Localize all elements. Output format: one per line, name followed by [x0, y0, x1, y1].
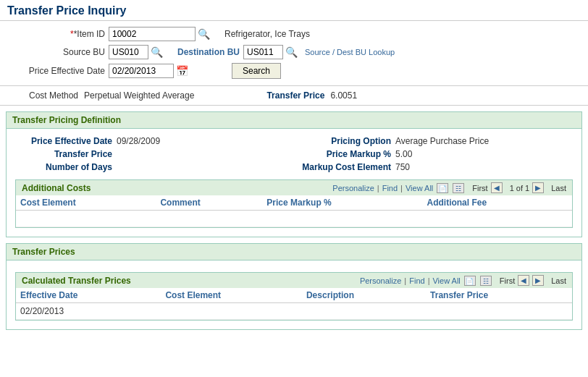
price-eff-date-label: Price Effective Date	[14, 66, 109, 76]
pd-price-markup-value: 5.00	[395, 149, 412, 159]
transfer-pricing-definition-section: Transfer Pricing Definition Price Effect…	[6, 111, 582, 237]
calendar-icon[interactable]: 📅	[176, 65, 188, 77]
tp-nav-prev-btn[interactable]: ◀	[518, 275, 529, 286]
source-bu-lookup-icon[interactable]: 🔍	[151, 46, 163, 58]
ac-export-icon[interactable]: 📄	[437, 183, 448, 193]
tp-col-transfer-price: Transfer Price	[426, 288, 572, 303]
tp-col-eff-date: Effective Date	[16, 288, 161, 303]
ac-viewall-link[interactable]: View All	[406, 184, 433, 192]
pd-transfer-price-label: Transfer Price	[15, 149, 117, 159]
calc-tp-header: Calculated Transfer Prices Personalize |…	[16, 273, 572, 288]
ac-col-cost-element: Cost Element	[16, 195, 156, 211]
ac-nav-last: Last	[551, 184, 566, 192]
item-id-lookup-icon[interactable]: 🔍	[198, 28, 210, 40]
ac-col-price-markup: Price Markup %	[262, 195, 422, 211]
pd-pricing-option-value: Average Purchase Price	[395, 136, 489, 146]
ac-page-info: 1 of 1	[510, 184, 530, 192]
additional-costs-table: Cost Element Comment Price Markup % Addi…	[16, 195, 572, 227]
ac-grid-icon[interactable]: ☷	[453, 183, 464, 193]
tp-personalize-link[interactable]: Personalize	[360, 276, 401, 285]
summary-row: Cost Method Perpetual Weighted Average T…	[0, 85, 588, 106]
pd-price-eff-date-label: Price Effective Date	[15, 136, 117, 146]
transfer-pricing-definition-header: Transfer Pricing Definition	[7, 112, 581, 129]
dest-bu-label: Destination BU	[177, 47, 240, 57]
calc-tp-table: Effective Date Cost Element Description …	[16, 288, 572, 320]
page-title: Transfer Price Inquiry	[0, 0, 588, 21]
pd-price-eff-date-value: 09/28/2009	[117, 136, 160, 146]
additional-costs-header: Additional Costs Personalize | Find | Vi…	[16, 180, 572, 195]
tp-grid-icon[interactable]: ☷	[480, 276, 492, 286]
transfer-prices-header: Transfer Prices	[7, 244, 581, 260]
pd-markup-cost-label: Markup Cost Element	[294, 162, 395, 172]
pd-pricing-option-label: Pricing Option	[294, 136, 395, 146]
tp-find-link[interactable]: Find	[409, 276, 424, 285]
item-description: Refrigerator, Ice Trays	[224, 29, 310, 39]
dest-bu-lookup-icon[interactable]: 🔍	[285, 46, 298, 58]
pd-markup-cost-value: 750	[395, 162, 410, 172]
dest-bu-input[interactable]	[243, 45, 283, 59]
table-row: 02/20/2013	[16, 303, 572, 320]
tp-col-description: Description	[302, 288, 426, 303]
calc-tp-title: Calculated Transfer Prices	[22, 276, 131, 286]
tp-description-cell	[302, 303, 426, 320]
source-dest-lookup-link[interactable]: Source / Dest BU Lookup	[305, 48, 395, 56]
item-id-label: **Item ID	[14, 29, 109, 39]
tp-nav-next-btn[interactable]: ▶	[532, 275, 544, 286]
ac-nav-next-btn[interactable]: ▶	[532, 182, 544, 193]
tp-eff-date-cell: 02/20/2013	[16, 303, 161, 320]
tp-transfer-price-cell	[426, 303, 572, 320]
ac-empty-row	[16, 211, 572, 227]
transfer-price-summary-value: 6.0051	[330, 90, 357, 101]
transfer-price-summary-label: Transfer Price	[266, 90, 324, 101]
ac-nav-prev-btn[interactable]: ◀	[491, 182, 503, 193]
tp-nav-last: Last	[551, 276, 566, 285]
tp-viewall-link[interactable]: View All	[432, 276, 460, 285]
additional-costs-title: Additional Costs	[22, 183, 91, 193]
calculated-transfer-prices-section: Calculated Transfer Prices Personalize |…	[15, 272, 573, 321]
cost-method-label: Cost Method	[29, 90, 78, 101]
source-bu-label: Source BU	[14, 47, 109, 57]
item-id-input[interactable]	[109, 27, 196, 41]
ac-personalize-link[interactable]: Personalize	[332, 184, 374, 192]
ac-col-comment: Comment	[156, 195, 262, 211]
pd-price-markup-label: Price Markup %	[294, 149, 395, 159]
ac-col-additional-fee: Additional Fee	[422, 195, 572, 211]
ac-nav-first: First	[472, 184, 487, 192]
cost-method-value: Perpetual Weighted Average	[84, 90, 194, 101]
source-bu-input[interactable]	[109, 45, 148, 59]
tp-export-icon[interactable]: 📄	[464, 276, 476, 286]
tp-cost-element-cell	[161, 303, 302, 320]
search-button[interactable]: Search	[232, 63, 281, 79]
additional-costs-section: Additional Costs Personalize | Find | Vi…	[15, 179, 573, 228]
tp-nav-first: First	[500, 276, 515, 285]
tp-col-cost-element: Cost Element	[161, 288, 302, 303]
transfer-prices-section: Transfer Prices Calculated Transfer Pric…	[6, 243, 582, 330]
ac-find-link[interactable]: Find	[382, 184, 398, 192]
pd-num-days-label: Number of Days	[15, 162, 117, 172]
price-eff-date-input[interactable]	[109, 64, 174, 78]
